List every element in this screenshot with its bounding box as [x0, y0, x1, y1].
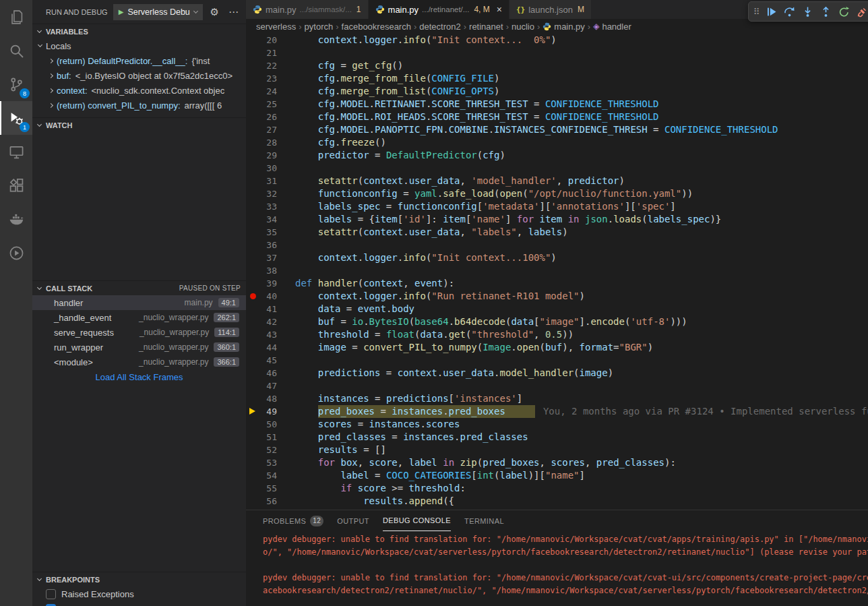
close-icon[interactable]: ×: [497, 4, 502, 15]
panel-tab-debug-console[interactable]: DEBUG CONSOLE: [383, 510, 451, 531]
gutter-glyph-margin[interactable]: [246, 405, 264, 418]
gutter-glyph-margin[interactable]: [246, 328, 264, 341]
breadcrumb-item[interactable]: detectron2: [419, 22, 460, 32]
breakpoint-icon[interactable]: [250, 293, 256, 299]
gutter-glyph-margin[interactable]: [246, 392, 264, 405]
checkbox[interactable]: [46, 589, 56, 599]
gutter-glyph-margin[interactable]: [246, 469, 264, 482]
stack-frame-row[interactable]: handlermain.py49:1: [32, 295, 246, 310]
editor-tab[interactable]: main.py.../retinanet/...4, M×: [369, 0, 509, 19]
checkbox[interactable]: ✓: [46, 604, 56, 606]
chevron-down-icon: [37, 121, 42, 126]
gutter-glyph-margin[interactable]: [246, 290, 264, 303]
search-icon[interactable]: [0, 34, 32, 67]
breadcrumb-item[interactable]: serverless: [256, 22, 296, 32]
step-over-icon[interactable]: [781, 3, 798, 20]
stack-frame-row[interactable]: <module>_nuclio_wrapper.py366:1: [32, 355, 246, 369]
panel-tab-output[interactable]: OUTPUT: [337, 510, 369, 531]
variable-row[interactable]: data:{'image': 'iVBORw0KGgoAAAANSUhE: [32, 113, 246, 117]
breadcrumb-item[interactable]: ◈handler: [593, 22, 631, 32]
code-content: results.append({: [277, 495, 868, 508]
gutter-glyph-margin[interactable]: [246, 162, 264, 175]
breadcrumb-item[interactable]: nuclio: [512, 22, 534, 32]
breakpoints-section-header[interactable]: BREAKPOINTS: [32, 572, 246, 586]
explorer-icon[interactable]: [0, 0, 32, 34]
gutter-glyph-margin[interactable]: [246, 354, 264, 367]
drag-handle-icon[interactable]: ⠿: [751, 7, 762, 17]
call-stack-section-header[interactable]: CALL STACK PAUSED ON STEP: [32, 280, 246, 295]
gutter-glyph-margin[interactable]: [246, 213, 264, 226]
gutter-glyph-margin[interactable]: [246, 200, 264, 213]
gutter-glyph-margin[interactable]: [246, 136, 264, 149]
run-circle-icon[interactable]: [0, 236, 32, 270]
gutter-glyph-margin[interactable]: [246, 495, 264, 508]
gutter-glyph-margin[interactable]: [246, 277, 264, 290]
gutter-glyph-margin[interactable]: [246, 303, 264, 315]
activity-bar: 81: [0, 0, 32, 606]
breadcrumb-item[interactable]: pytorch: [305, 22, 334, 32]
breadcrumb-item[interactable]: retinanet: [469, 22, 503, 32]
more-actions-icon[interactable]: ⋯: [226, 6, 241, 18]
gutter-glyph-margin[interactable]: [246, 380, 264, 392]
remote-explorer-icon[interactable]: [0, 135, 32, 169]
code-editor[interactable]: 20 context.logger.info("Init context... …: [246, 34, 868, 510]
stack-frame-row[interactable]: serve_requests_nuclio_wrapper.py114:1: [32, 325, 246, 340]
gutter-glyph-margin[interactable]: [246, 418, 264, 431]
variable-name: (return) DefaultPredictor.__call__:: [57, 56, 187, 66]
docker-icon[interactable]: [0, 202, 32, 236]
gutter-glyph-margin[interactable]: [246, 444, 264, 456]
gutter-glyph-margin[interactable]: [246, 239, 264, 251]
gutter-glyph-margin[interactable]: [246, 98, 264, 111]
editor-tab[interactable]: {}launch.jsonM: [509, 0, 592, 19]
line-number: 34: [264, 213, 277, 226]
gutter-glyph-margin[interactable]: [246, 175, 264, 187]
panel-tab-problems[interactable]: PROBLEMS12: [263, 510, 323, 531]
gutter-glyph-margin[interactable]: [246, 431, 264, 444]
gutter-glyph-margin[interactable]: [246, 456, 264, 469]
gutter-glyph-margin[interactable]: [246, 264, 264, 277]
variables-scope-row[interactable]: Locals: [32, 38, 246, 53]
gutter-glyph-margin[interactable]: [246, 47, 264, 59]
debug-console-output[interactable]: pydev debugger: unable to find translati…: [246, 531, 868, 606]
gutter-glyph-margin[interactable]: [246, 149, 264, 162]
stack-frame-row[interactable]: _handle_event_nuclio_wrapper.py262:1: [32, 310, 246, 325]
breakpoint-row[interactable]: ✓Uncaught Exceptions: [32, 601, 246, 606]
debug-config-picker[interactable]: ▶ Serverless Debu: [113, 4, 203, 20]
editor-tab[interactable]: main.py.../siammask/...1: [246, 0, 369, 19]
gutter-glyph-margin[interactable]: [246, 187, 264, 200]
gutter-glyph-margin[interactable]: [246, 123, 264, 136]
breakpoint-row[interactable]: Raised Exceptions: [32, 586, 246, 601]
run-and-debug-icon[interactable]: 1: [0, 101, 32, 135]
gutter-glyph-margin[interactable]: [246, 85, 264, 98]
load-all-stack-frames-link[interactable]: Load All Stack Frames: [32, 369, 246, 384]
gutter-glyph-margin[interactable]: [246, 341, 264, 354]
continue-icon[interactable]: [763, 3, 780, 20]
gutter-glyph-margin[interactable]: [246, 367, 264, 380]
variable-row[interactable]: (return) DefaultPredictor.__call__:{'ins…: [32, 53, 246, 68]
variable-row[interactable]: (return) convert_PIL_to_numpy:array([[[ …: [32, 98, 246, 113]
gutter-glyph-margin[interactable]: [246, 34, 264, 47]
step-into-icon[interactable]: [799, 3, 816, 20]
start-debug-icon[interactable]: ▶: [119, 8, 124, 16]
gutter-glyph-margin[interactable]: [246, 226, 264, 239]
variable-row[interactable]: buf:<_io.BytesIO object at 0x7f5a2dc1ecc…: [32, 68, 246, 83]
gutter-glyph-margin[interactable]: [246, 482, 264, 495]
disconnect-icon[interactable]: [854, 3, 868, 20]
panel-tab-terminal[interactable]: TERMINAL: [464, 510, 504, 531]
gutter-glyph-margin[interactable]: [246, 251, 264, 264]
extensions-icon[interactable]: [0, 169, 32, 202]
watch-section-header[interactable]: WATCH: [32, 117, 246, 132]
stack-frame-row[interactable]: run_wrapper_nuclio_wrapper.py360:1: [32, 340, 246, 355]
variables-section-header[interactable]: VARIABLES: [32, 24, 246, 38]
step-out-icon[interactable]: [817, 3, 834, 20]
variable-row[interactable]: context:<nuclio_sdk.context.Context obje…: [32, 83, 246, 98]
gutter-glyph-margin[interactable]: [246, 315, 264, 328]
gutter-glyph-margin[interactable]: [246, 111, 264, 123]
breadcrumb-item[interactable]: main.py: [542, 22, 585, 32]
gear-icon[interactable]: ⚙: [208, 6, 221, 18]
breadcrumb-item[interactable]: facebookresearch: [342, 22, 411, 32]
gutter-glyph-margin[interactable]: [246, 59, 264, 72]
restart-icon[interactable]: [836, 3, 852, 20]
gutter-glyph-margin[interactable]: [246, 72, 264, 85]
source-control-icon[interactable]: 8: [0, 67, 32, 101]
